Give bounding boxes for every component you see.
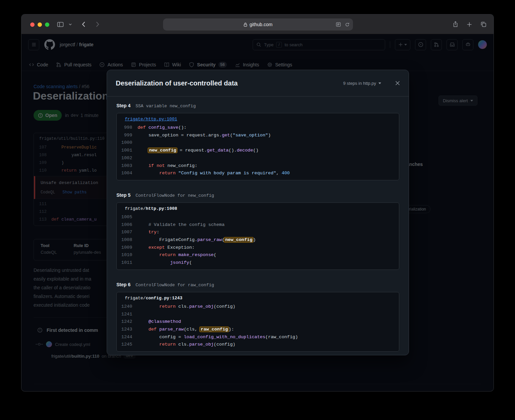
code-line: 1010 return make_response(	[117, 251, 399, 259]
file-path-prefix: frigate/	[125, 206, 146, 211]
line-number: 1245	[117, 341, 138, 349]
code-snippet-card: frigate/http.py:100810051006 # Validate …	[116, 202, 399, 270]
line-code: def parse_raw(cls, raw_config):	[138, 326, 234, 334]
step-description: ControlFlowNode for new_config	[136, 193, 214, 199]
window-minimize-button[interactable]	[38, 22, 42, 27]
line-number: 1002	[117, 155, 138, 162]
line-code: return cls.parse_obj(config)	[138, 341, 236, 349]
line-code: return "Config with body param is requir…	[138, 170, 290, 177]
code-line: 1007 try:	[117, 229, 399, 236]
line-code: if not new_config:	[138, 162, 197, 170]
line-code: save_option = request.args.get("save_opt…	[138, 132, 271, 139]
step-description: SSA variable new_config	[136, 103, 196, 109]
sidebar-menu-caret[interactable]	[69, 14, 72, 34]
line-code: return cls.parse_obj(config)	[138, 303, 236, 311]
code-line: 998def config_save():	[117, 124, 399, 132]
window-controls	[30, 22, 49, 27]
line-number: 999	[117, 132, 138, 139]
code-line: 1004 return "Config with body param is r…	[117, 170, 399, 177]
code-line: 1011 jsonify(	[117, 259, 399, 267]
line-number: 1244	[117, 334, 138, 341]
line-number: 1011	[117, 259, 138, 267]
code-line: 1009 except Exception:	[117, 244, 399, 252]
code-line: 1240 return cls.parse_obj(config)	[117, 303, 399, 311]
line-number: 1006	[117, 221, 138, 229]
reload-icon[interactable]	[345, 22, 350, 27]
modal-title: Deserialization of user-controlled data	[116, 79, 238, 87]
step-section: Step 5ControlFlowNode for new_configfrig…	[116, 192, 399, 270]
browser-window: github.com	[21, 14, 494, 392]
steps-selector-dropdown[interactable]: 9 steps in http.py	[343, 81, 381, 86]
window-zoom-button[interactable]	[45, 22, 49, 27]
share-button[interactable]	[453, 14, 458, 34]
line-number: 1009	[117, 244, 138, 252]
address-bar[interactable]: github.com	[163, 18, 353, 31]
close-icon	[395, 81, 400, 85]
step-label: Step 5	[116, 192, 131, 198]
code-line: 1245 return cls.parse_obj(config)	[117, 341, 399, 349]
forward-button[interactable]	[96, 14, 99, 34]
highlighted-token: new_config	[224, 237, 254, 243]
step-label: Step 6	[116, 282, 131, 288]
chevron-left-icon	[82, 21, 85, 27]
tabs-icon	[480, 21, 486, 27]
line-number: 1000	[117, 139, 138, 147]
line-code: @classmethod	[138, 318, 181, 326]
line-number: 1240	[117, 303, 138, 311]
browser-toolbar: github.com	[21, 14, 494, 34]
reader-mode-icon[interactable]	[336, 22, 341, 27]
window-close-button[interactable]	[30, 22, 35, 27]
lock-icon	[244, 22, 247, 27]
code-line: 1242 @classmethod	[117, 318, 399, 326]
line-number: 1008	[117, 236, 138, 244]
line-number: 1003	[117, 162, 138, 170]
github-page: jorgectf/frigate Type / to search	[21, 34, 494, 391]
snippet-file-header: frigate/http.py:1008	[117, 203, 399, 214]
step-label: Step 4	[116, 103, 131, 109]
line-code: jsonify(	[138, 259, 192, 267]
desktop-background: { "colors": { "open_badge_green": "#2386…	[0, 0, 515, 420]
line-number: 1007	[117, 229, 138, 236]
line-number: 1005	[117, 214, 138, 221]
code-line: 1006 # Validate the config schema	[117, 221, 399, 229]
line-code: FrigateConfig.parse_raw(new_config)	[138, 236, 256, 244]
line-number: 1004	[117, 170, 138, 177]
line-number: 1001	[117, 147, 138, 155]
line-code: # Validate the config schema	[138, 221, 224, 229]
file-location-link[interactable]: frigate/http.py:1001	[125, 117, 177, 122]
address-bar-content: github.com	[244, 22, 272, 27]
line-code: config = load_config_with_no_duplicates(…	[138, 334, 298, 341]
sidebar-toggle-button[interactable]	[57, 14, 64, 34]
line-code: return make_response(	[138, 251, 216, 259]
caret-down-icon	[378, 82, 381, 84]
step-section: Step 6ControlFlowNode for raw_configfrig…	[116, 282, 399, 352]
steps-selector-label: 9 steps in http.py	[343, 81, 376, 86]
code-line: 1002	[117, 155, 399, 162]
code-line: 1001 new_config = request.get_data().dec…	[117, 147, 399, 155]
back-button[interactable]	[82, 14, 85, 34]
new-tab-button[interactable]	[467, 14, 472, 34]
line-number: 1241	[117, 311, 138, 318]
line-code: new_config = request.get_data().decode()	[138, 147, 258, 155]
code-line: 1003 if not new_config:	[117, 162, 399, 170]
snippet-file-header: frigate/http.py:1001	[117, 113, 399, 124]
close-button[interactable]	[395, 81, 400, 85]
code-line: 1243 def parse_raw(cls, raw_config):	[117, 326, 399, 334]
code-line: 1241	[117, 311, 399, 318]
highlighted-token: new_config	[148, 147, 177, 153]
code-snippet-card: frigate/config.py:12431240 return cls.pa…	[116, 292, 399, 352]
step-description: ControlFlowNode for raw_config	[136, 282, 214, 288]
line-code: try:	[138, 229, 159, 236]
file-path-bold: config.py:1243	[146, 296, 182, 301]
line-code: except Exception:	[138, 244, 195, 252]
chevron-down-icon	[69, 23, 72, 25]
modal-header: Deserialization of user-controlled data …	[107, 70, 409, 97]
code-line: 1005	[117, 214, 399, 221]
chevron-right-icon	[96, 21, 99, 27]
line-code: def config_save():	[138, 124, 187, 132]
code-line: 1000	[117, 139, 399, 147]
tab-overview-button[interactable]	[480, 14, 486, 34]
line-number: 1242	[117, 318, 138, 326]
modal-steps: Step 4SSA variable new_configfrigate/htt…	[107, 97, 409, 355]
code-line: 1008 FrigateConfig.parse_raw(new_config)	[117, 236, 399, 244]
